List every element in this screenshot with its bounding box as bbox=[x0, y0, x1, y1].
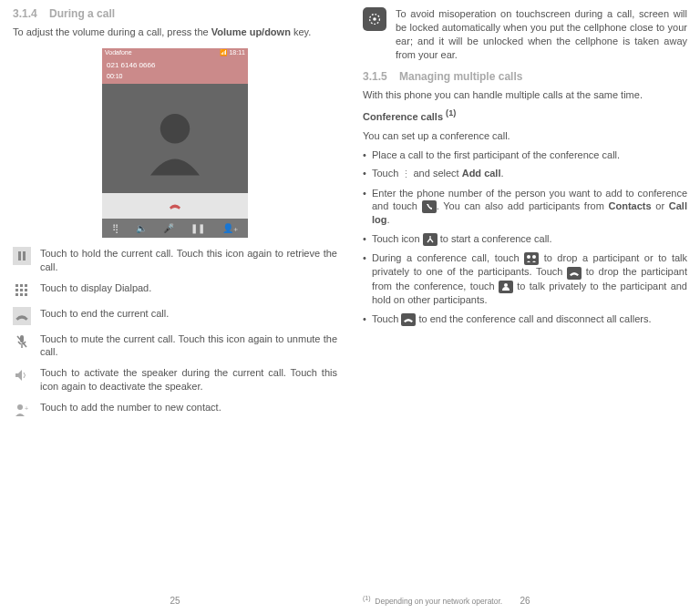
step-1: Place a call to the first participant of… bbox=[363, 148, 687, 162]
hold-icon bbox=[13, 247, 31, 265]
dialpad-mini-icon: ⢿ bbox=[112, 223, 118, 233]
phone-statusbar: Vodafone 📶 18:11 bbox=[102, 48, 248, 57]
svg-point-0 bbox=[160, 114, 190, 143]
mute-mini-icon: 🎤 bbox=[163, 223, 174, 233]
step-5: During a conference call, touch to drop … bbox=[363, 251, 687, 306]
svg-point-18 bbox=[373, 17, 376, 21]
add-contact-mini-icon: 👤₊ bbox=[222, 223, 238, 233]
page-right: To avoid misoperation on touchscreen dur… bbox=[350, 0, 700, 613]
speaker-mini-icon: 🔈 bbox=[136, 223, 147, 233]
page-left: 3.1.4 During a call To adjust the volume… bbox=[0, 0, 350, 613]
step-3: Enter the phone number of the person you… bbox=[363, 187, 687, 228]
dialpad-desc: Touch to display Dialpad. bbox=[40, 281, 337, 295]
phone-screenshot: Vodafone 📶 18:11 021 6146 0666 00:10 ⢿ 🔈… bbox=[13, 48, 337, 238]
page-number-left: 25 bbox=[13, 596, 337, 606]
svg-rect-21 bbox=[504, 283, 508, 287]
svg-rect-3 bbox=[15, 284, 18, 287]
merge-calls-icon bbox=[423, 233, 438, 246]
step-4: Touch icon to start a conference call. bbox=[363, 232, 687, 246]
end-conference-icon bbox=[401, 313, 416, 326]
svg-rect-11 bbox=[25, 293, 27, 296]
call-duration: 00:10 bbox=[102, 73, 248, 84]
note-block: To avoid misoperation on touchscreen dur… bbox=[363, 7, 687, 61]
speaker-desc: Touch to activate the speaker during the… bbox=[40, 366, 337, 393]
mute-desc-row: Touch to mute the current call. Touch th… bbox=[13, 332, 337, 360]
svg-rect-8 bbox=[25, 289, 27, 291]
conference-intro: You can set up a conference call. bbox=[363, 129, 687, 143]
add-desc: Touch to add the number to new contact. bbox=[40, 401, 337, 414]
heading-number-2: 3.1.5 bbox=[363, 70, 387, 83]
hold-desc: Touch to hold the current call. Touch th… bbox=[40, 247, 337, 274]
section-heading-2: 3.1.5 Managing multiple calls bbox=[363, 70, 687, 83]
manage-conf-icon bbox=[524, 252, 539, 265]
step-6: Touch to end the conference call and dis… bbox=[363, 312, 687, 326]
conference-steps: Place a call to the first participant of… bbox=[363, 148, 687, 332]
add-desc-row: + Touch to add the number to new contact… bbox=[13, 401, 337, 419]
svg-rect-9 bbox=[15, 293, 18, 296]
intro-2: With this phone you can handle multiple … bbox=[363, 88, 687, 102]
step-2: Touch ⋮ and select Add call. bbox=[363, 167, 687, 180]
mute-icon bbox=[13, 332, 31, 351]
caller-avatar bbox=[102, 84, 248, 193]
svg-rect-1 bbox=[18, 251, 21, 261]
heading-text: During a call bbox=[49, 7, 115, 20]
overflow-icon: ⋮ bbox=[401, 169, 410, 181]
svg-rect-6 bbox=[15, 289, 18, 291]
svg-point-20 bbox=[532, 255, 536, 259]
hold-desc-row: Touch to hold the current call. Touch th… bbox=[13, 247, 337, 274]
call-number: 021 6146 0666 bbox=[102, 57, 248, 73]
hold-mini-icon: ❚❚ bbox=[190, 223, 205, 233]
private-talk-icon bbox=[499, 281, 513, 293]
phone-action-bar: ⢿ 🔈 🎤 ❚❚ 👤₊ bbox=[102, 219, 248, 238]
conference-heading: Conference calls (1) bbox=[363, 107, 687, 124]
end-desc-row: Touch to end the current call. bbox=[13, 307, 337, 325]
page-number-right: 26 bbox=[363, 596, 687, 606]
dialpad-desc-row: Touch to display Dialpad. bbox=[13, 281, 337, 300]
svg-rect-5 bbox=[25, 284, 27, 287]
section-heading: 3.1.4 During a call bbox=[13, 7, 337, 20]
svg-rect-4 bbox=[20, 284, 23, 287]
end-desc: Touch to end the current call. bbox=[40, 307, 337, 321]
svg-point-19 bbox=[527, 255, 530, 259]
svg-point-15 bbox=[17, 404, 23, 410]
carrier-label: Vodafone bbox=[105, 49, 132, 56]
status-time: 📶 18:11 bbox=[220, 49, 245, 56]
drop-participant-icon bbox=[567, 267, 582, 280]
note-icon bbox=[363, 7, 386, 31]
svg-rect-10 bbox=[20, 293, 23, 296]
intro-paragraph: To adjust the volume during a call, pres… bbox=[13, 26, 337, 39]
dialpad-icon bbox=[13, 281, 31, 300]
mute-desc: Touch to mute the current call. Touch th… bbox=[40, 332, 337, 360]
end-call-bar bbox=[102, 193, 248, 219]
speaker-icon bbox=[13, 366, 31, 384]
note-text: To avoid misoperation on touchscreen dur… bbox=[396, 7, 687, 61]
svg-rect-7 bbox=[20, 289, 23, 291]
end-call-icon bbox=[13, 307, 31, 325]
call-icon bbox=[422, 200, 437, 213]
svg-rect-2 bbox=[23, 251, 26, 261]
heading-text-2: Managing multiple calls bbox=[399, 70, 522, 83]
heading-number: 3.1.4 bbox=[13, 7, 37, 20]
svg-text:+: + bbox=[25, 405, 28, 412]
speaker-desc-row: Touch to activate the speaker during the… bbox=[13, 366, 337, 393]
add-contact-icon: + bbox=[13, 401, 31, 419]
